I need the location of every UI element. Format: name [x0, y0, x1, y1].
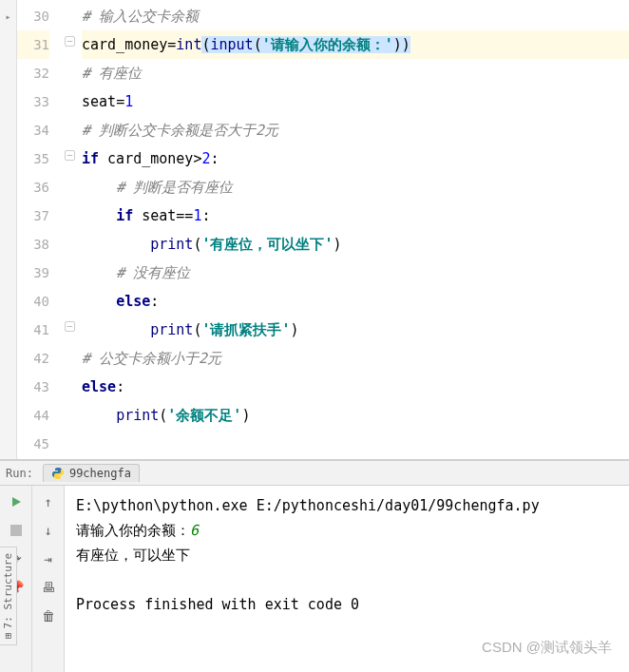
line-number: 40: [17, 287, 49, 316]
run-body: ⟳ 📌 ↑ ↓ ⇥ 🖶 🗑 E:\python\python.exe E:/py…: [0, 486, 629, 672]
line-number: 37: [17, 202, 49, 230]
line-number: 32: [17, 59, 49, 87]
code-line: seat=1: [82, 87, 629, 116]
console-output[interactable]: E:\python\python.exe E:/pythonceshi/day0…: [65, 486, 629, 672]
line-number: 30: [17, 2, 49, 30]
print-icon[interactable]: 🖶: [38, 577, 59, 598]
up-icon[interactable]: ↑: [38, 491, 59, 512]
console-line: E:\python\python.exe E:/pythonceshi/day0…: [76, 497, 540, 514]
fold-marker-icon[interactable]: –: [65, 150, 75, 161]
structure-icon: ⊞: [2, 632, 14, 639]
code-line: # 公交卡余额小于2元: [82, 344, 629, 373]
code-line: card_money=int(input('请输入你的余额：')): [82, 30, 629, 59]
fold-marker-icon[interactable]: –: [65, 321, 75, 332]
svg-rect-0: [10, 525, 22, 536]
line-number: 31: [17, 30, 49, 59]
trash-icon[interactable]: 🗑: [38, 605, 59, 626]
line-number: 41: [17, 316, 49, 344]
code-line: else:: [82, 287, 629, 316]
run-panel: Run: 99chengfa ⟳ 📌 ↑ ↓ ⇥ 🖶 🗑 E:\python\p: [0, 459, 629, 672]
line-number: 44: [17, 401, 49, 430]
wrap-icon[interactable]: ⇥: [38, 548, 59, 569]
down-icon[interactable]: ↓: [38, 520, 59, 541]
line-number: 38: [17, 230, 49, 259]
code-line: print('请抓紧扶手'): [82, 316, 629, 344]
run-header: Run: 99chengfa: [0, 461, 629, 486]
code-line: # 判断公交卡余额是否大于2元: [82, 116, 629, 144]
project-icon[interactable]: ▸: [0, 11, 16, 22]
code-content[interactable]: # 输入公交卡余额 card_money=int(input('请输入你的余额：…: [80, 0, 629, 459]
run-toolbar-right: ↑ ↓ ⇥ 🖶 🗑: [32, 486, 65, 672]
left-rail: ▸: [0, 0, 17, 459]
code-line: # 有座位: [82, 59, 629, 87]
structure-label: 7: Structure: [2, 553, 14, 628]
line-number: 34: [17, 116, 49, 144]
code-line: # 没有座位: [82, 259, 629, 287]
code-editor: ▸ 30 31 32 33 34 35 36 37 38 39 40 41 42…: [0, 0, 629, 459]
line-number: 45: [17, 430, 49, 458]
line-number: 33: [17, 87, 49, 116]
run-tab-label: 99chengfa: [69, 467, 131, 480]
line-number: 39: [17, 259, 49, 287]
stop-button[interactable]: [6, 520, 27, 541]
fold-marker-icon[interactable]: –: [65, 36, 75, 47]
console-line: Process finished with exit code 0: [76, 596, 359, 613]
code-line: # 判断是否有座位: [82, 173, 629, 202]
line-number: 43: [17, 373, 49, 401]
code-line: print('余额不足'): [82, 401, 629, 430]
console-line: 有座位，可以坐下: [76, 547, 190, 564]
line-number: 36: [17, 173, 49, 202]
run-button[interactable]: [6, 491, 27, 512]
python-icon: [51, 467, 65, 480]
run-label: Run:: [6, 467, 33, 480]
line-number: 42: [17, 344, 49, 373]
code-line: [82, 430, 629, 458]
console-line: 请输入你的余额：6: [76, 522, 199, 539]
code-line: else:: [82, 373, 629, 401]
code-line: if card_money>2:: [82, 144, 629, 173]
line-gutter: 30 31 32 33 34 35 36 37 38 39 40 41 42 4…: [17, 0, 63, 459]
code-line: print('有座位，可以坐下'): [82, 230, 629, 259]
structure-tool-tab[interactable]: ⊞ 7: Structure: [0, 547, 17, 645]
code-line: # 输入公交卡余额: [82, 2, 629, 30]
fold-column: – – –: [63, 0, 80, 459]
run-tab[interactable]: 99chengfa: [43, 464, 140, 482]
line-number: 35: [17, 144, 49, 173]
code-line: if seat==1:: [82, 202, 629, 230]
